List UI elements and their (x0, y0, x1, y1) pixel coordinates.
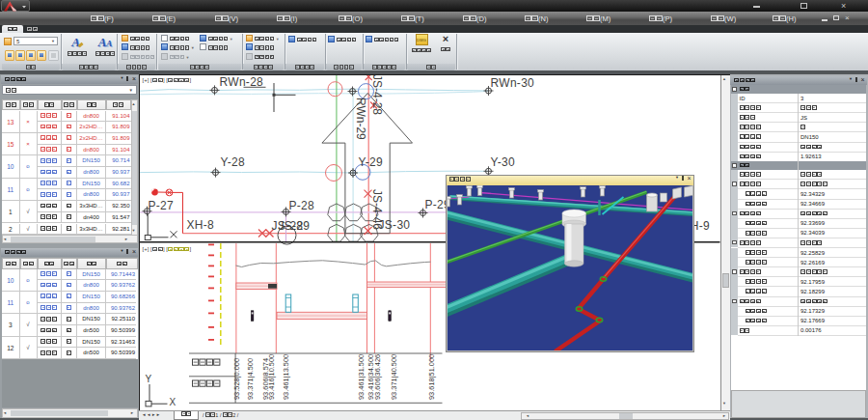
svg-text:RWn-30: RWn-30 (490, 76, 534, 90)
svg-text:JS-29: JS-29 (278, 219, 310, 233)
svg-text:X: X (169, 397, 176, 407)
svg-text:93.606|36.426: 93.606|36.426 (372, 354, 381, 400)
svg-text:93.371|4.500: 93.371|4.500 (245, 358, 254, 400)
svg-text:P-27: P-27 (148, 199, 174, 212)
svg-text:JS-4-46: JS-4-46 (370, 189, 384, 230)
svg-text:Y-30: Y-30 (490, 155, 514, 169)
svg-text:93.461|13.500: 93.461|13.500 (282, 354, 290, 400)
svg-text:P-28: P-28 (288, 199, 314, 212)
svg-text:93.416|10.500: 93.416|10.500 (267, 354, 276, 400)
svg-text:Y-28: Y-28 (220, 155, 244, 169)
svg-text:RWn-28: RWn-28 (219, 75, 263, 89)
svg-text:93.461|31.500: 93.461|31.500 (357, 354, 366, 400)
svg-text:93.528|0.000: 93.528|0.000 (232, 358, 241, 400)
svg-text:Y: Y (145, 374, 151, 384)
svg-text:JS-4-28: JS-4-28 (369, 75, 383, 115)
svg-text:XH-8: XH-8 (186, 218, 214, 232)
svg-text:RWn-29: RWn-29 (354, 98, 367, 140)
svg-text:93.618|51.000: 93.618|51.000 (427, 354, 436, 400)
svg-text:Y-29: Y-29 (358, 155, 382, 169)
svg-text:93.371|40.500: 93.371|40.500 (390, 354, 398, 400)
